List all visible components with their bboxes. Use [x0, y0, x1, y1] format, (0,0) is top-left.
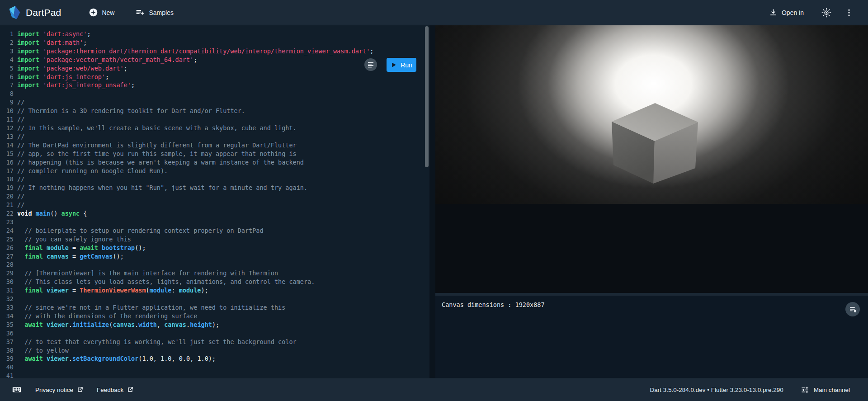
code-line[interactable]: 41: [0, 372, 429, 378]
console-output-text: Canvas dimensions : 868x401: [442, 301, 862, 308]
open-in-button[interactable]: Open in: [769, 8, 804, 17]
line-number: 1: [0, 30, 14, 38]
render-canvas-empty-area: [435, 204, 868, 293]
editor-scrollbar[interactable]: [425, 26, 429, 167]
line-number: 22: [0, 209, 14, 218]
render-canvas[interactable]: [435, 25, 868, 204]
line-number: 25: [0, 235, 14, 244]
feedback-link[interactable]: Feedback: [97, 387, 133, 393]
code-line[interactable]: 34 // with the dimensions of the renderi…: [0, 312, 429, 321]
line-number: 14: [0, 141, 14, 150]
code-line[interactable]: 38 // to yellow: [0, 346, 429, 355]
privacy-notice-link[interactable]: Privacy notice: [35, 387, 83, 393]
code-line[interactable]: 20//: [0, 192, 429, 201]
code-line[interactable]: 8: [0, 90, 429, 98]
code-line[interactable]: 33 // since we're not in a Flutter appli…: [0, 303, 429, 312]
code-line[interactable]: 22void main() async {: [0, 209, 429, 218]
brightness-icon: [821, 8, 831, 18]
rendered-cube: [611, 99, 699, 185]
brightness-toggle-button[interactable]: [820, 6, 833, 19]
code-line[interactable]: 12// In this sample, we'll create a basi…: [0, 124, 429, 132]
channel-selector[interactable]: Main channel: [801, 386, 850, 394]
code-line[interactable]: 10// Thermion is a 3D rendering toolkit …: [0, 107, 429, 115]
code-line[interactable]: 2import 'dart:math';: [0, 38, 429, 47]
code-line[interactable]: 37 // to test that everything is working…: [0, 338, 429, 346]
line-number: 6: [0, 73, 14, 81]
privacy-notice-label: Privacy notice: [35, 387, 73, 393]
play-icon: [391, 62, 396, 68]
line-number: 9: [0, 98, 14, 107]
samples-button[interactable]: Samples: [135, 8, 173, 17]
main-content: 1import 'dart:async';2import 'dart:math'…: [0, 25, 868, 378]
line-number: 8: [0, 90, 14, 98]
line-number: 23: [0, 218, 14, 226]
code-line[interactable]: 35 await viewer.initialize(canvas.width,…: [0, 321, 429, 329]
code-line[interactable]: 31 final viewer = ThermionViewerWasm(mod…: [0, 286, 429, 295]
code-line[interactable]: 7import 'dart:js_interop_unsafe';: [0, 81, 429, 90]
code-line[interactable]: 13//: [0, 132, 429, 141]
code-line[interactable]: 39 await viewer.setBackgroundColor(1.0, …: [0, 354, 429, 363]
channel-selector-label: Main channel: [814, 387, 850, 393]
download-icon: [769, 8, 778, 17]
code-line[interactable]: 1import 'dart:async';: [0, 30, 429, 38]
code-line[interactable]: 36: [0, 329, 429, 338]
line-number: 35: [0, 321, 14, 329]
run-button[interactable]: Run: [387, 58, 416, 72]
code-editor[interactable]: 1import 'dart:async';2import 'dart:math'…: [0, 25, 429, 378]
code-line[interactable]: 26 final module = await bootstrap();: [0, 244, 429, 252]
line-number: 31: [0, 286, 14, 295]
dartpad-logo-icon: [8, 5, 21, 20]
line-number: 17: [0, 167, 14, 175]
code-line[interactable]: 16// happening (this is because we aren'…: [0, 158, 429, 167]
clear-console-button[interactable]: [845, 302, 860, 316]
code-lines[interactable]: 1import 'dart:async';2import 'dart:math'…: [0, 25, 429, 378]
line-number: 10: [0, 107, 14, 115]
line-number: 24: [0, 226, 14, 235]
keyboard-shortcuts-button[interactable]: [12, 383, 22, 396]
line-number: 19: [0, 184, 14, 192]
new-button-label: New: [102, 9, 114, 16]
line-number: 29: [0, 269, 14, 278]
line-number: 30: [0, 278, 14, 286]
line-number: 32: [0, 295, 14, 303]
code-line[interactable]: 27 final canvas = getCanvas();: [0, 252, 429, 261]
code-line[interactable]: 15// app, so the first time you run this…: [0, 150, 429, 158]
line-number: 4: [0, 56, 14, 64]
code-line[interactable]: 9//: [0, 98, 429, 107]
code-line[interactable]: 21//: [0, 201, 429, 209]
line-number: 38: [0, 346, 14, 355]
app-title: DartPad: [26, 7, 61, 18]
code-line[interactable]: 11//: [0, 115, 429, 124]
line-number: 26: [0, 244, 14, 252]
format-code-button[interactable]: [364, 58, 377, 71]
line-number: 39: [0, 354, 14, 363]
line-number: 16: [0, 158, 14, 167]
external-link-icon: [77, 387, 83, 393]
code-line[interactable]: 32: [0, 295, 429, 303]
code-line[interactable]: 28: [0, 260, 429, 269]
overflow-menu-button[interactable]: [843, 6, 855, 19]
code-line[interactable]: 25 // you can safely ignore this: [0, 235, 429, 244]
code-line[interactable]: 6import 'dart:js_interop';: [0, 73, 429, 81]
line-number: 20: [0, 192, 14, 201]
line-number: 11: [0, 115, 14, 124]
code-line[interactable]: 40: [0, 363, 429, 372]
code-line[interactable]: 30 // This class lets you load assets, l…: [0, 278, 429, 286]
code-line[interactable]: 29 // [ThermionViewer] is the main inter…: [0, 269, 429, 278]
status-bar: Privacy notice Feedback Dart 3.5.0-284.0…: [0, 378, 868, 401]
code-line[interactable]: 23: [0, 218, 429, 226]
statusbar-left: Privacy notice Feedback: [12, 383, 133, 396]
code-line[interactable]: 18//: [0, 175, 429, 184]
new-button[interactable]: New: [89, 8, 114, 17]
keyboard-icon: [12, 385, 22, 395]
code-line[interactable]: 3import 'package:thermion_dart/thermion_…: [0, 47, 429, 56]
code-line[interactable]: 24 // boilerplate to setup our rendering…: [0, 226, 429, 235]
code-line[interactable]: 19// If nothing happens when you hit "Ru…: [0, 184, 429, 192]
line-number: 12: [0, 124, 14, 132]
line-number: 41: [0, 372, 14, 378]
code-line[interactable]: 14// The DartPad environment is slightly…: [0, 141, 429, 150]
output-panel: Canvas dimensions : 868x401: [435, 25, 868, 378]
panel-divider[interactable]: [429, 25, 435, 378]
code-line[interactable]: 17// compiler running on Google Cloud Ru…: [0, 167, 429, 175]
line-number: 7: [0, 81, 14, 90]
